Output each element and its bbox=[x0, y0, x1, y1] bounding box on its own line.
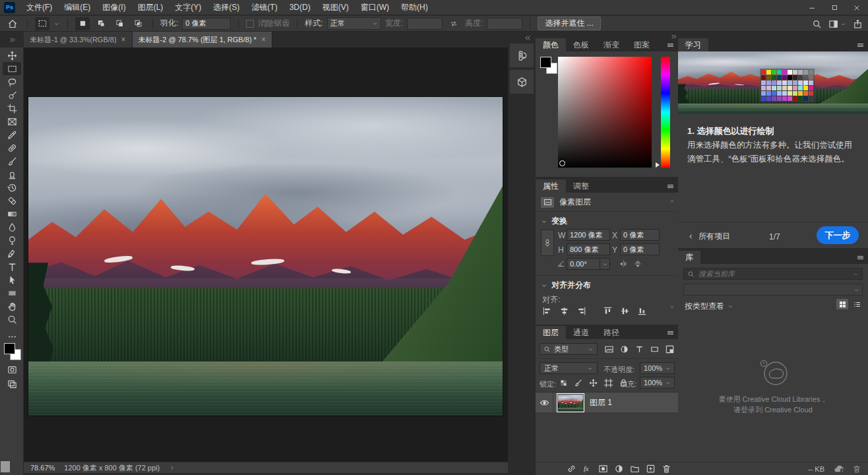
filter-type-icon[interactable] bbox=[635, 344, 644, 354]
width-input[interactable] bbox=[407, 18, 443, 30]
menu-文件(F)[interactable]: 文件(F) bbox=[20, 0, 58, 15]
menu-视图(V)[interactable]: 视图(V) bbox=[317, 0, 355, 15]
library-select[interactable] bbox=[683, 284, 863, 296]
quick-mask-button[interactable] bbox=[3, 363, 21, 376]
chevron-down-icon[interactable] bbox=[53, 20, 60, 27]
tool-eraser[interactable] bbox=[3, 194, 21, 207]
tool-lasso[interactable] bbox=[3, 75, 21, 88]
tool-quick-select[interactable] bbox=[3, 88, 21, 102]
properties-tab-调整[interactable]: 调整 bbox=[566, 179, 596, 193]
delete-library-item-icon[interactable] bbox=[852, 464, 861, 474]
saturation-brightness-field[interactable] bbox=[558, 57, 652, 168]
transform-section-header[interactable]: 变换 bbox=[541, 216, 567, 227]
width-value-input[interactable]: 1200 像素 bbox=[567, 229, 610, 241]
color-tab-渐变[interactable]: 渐变 bbox=[596, 38, 627, 51]
lock-paint-icon[interactable] bbox=[573, 378, 583, 388]
color-tab-图案[interactable]: 图案 bbox=[627, 38, 657, 51]
filter-adjustment-icon[interactable] bbox=[619, 344, 629, 354]
flip-horizontal-icon[interactable] bbox=[619, 259, 628, 269]
fill-select[interactable]: 100% bbox=[640, 377, 675, 389]
libraries-tab-库[interactable]: 库 bbox=[678, 251, 700, 264]
align-right-icon[interactable] bbox=[576, 306, 586, 316]
grid-view-button[interactable] bbox=[836, 299, 848, 309]
filter-smart-icon[interactable] bbox=[665, 344, 675, 354]
tool-edit-toolbar[interactable] bbox=[3, 330, 21, 343]
swap-dimensions-icon[interactable] bbox=[447, 17, 461, 30]
height-value-input[interactable]: 800 像素 bbox=[567, 243, 610, 255]
layer-visibility-cell[interactable] bbox=[536, 393, 553, 412]
tool-pen[interactable] bbox=[3, 247, 21, 260]
layer-filter-select[interactable]: 类型 bbox=[540, 343, 598, 355]
learn-tab-学习[interactable]: 学习 bbox=[678, 38, 708, 51]
tool-zoom[interactable] bbox=[3, 313, 21, 326]
tool-dodge[interactable] bbox=[3, 234, 21, 247]
menu-图层(L)[interactable]: 图层(L) bbox=[132, 0, 170, 15]
menu-滤镜(T)[interactable]: 滤镜(T) bbox=[245, 0, 283, 15]
height-input[interactable] bbox=[487, 18, 522, 30]
tool-preset-icon[interactable] bbox=[35, 17, 49, 30]
selection-add-icon[interactable] bbox=[94, 17, 108, 30]
menu-窗口(W)[interactable]: 窗口(W) bbox=[355, 0, 395, 15]
status-menu-chevron-icon[interactable] bbox=[169, 464, 175, 471]
view-by-type-dropdown[interactable]: 按类型查看 bbox=[685, 301, 733, 312]
menu-编辑(E)[interactable]: 编辑(E) bbox=[58, 0, 96, 15]
screen-mode-button[interactable] bbox=[3, 377, 21, 391]
layers-tab-图层[interactable]: 图层 bbox=[536, 326, 566, 339]
layer-fx-icon[interactable]: fx bbox=[582, 464, 592, 474]
tool-crop[interactable] bbox=[3, 102, 21, 115]
tool-stamp[interactable] bbox=[3, 168, 21, 181]
workspace-switcher[interactable] bbox=[828, 19, 846, 29]
zoom-level[interactable]: 78.67% bbox=[30, 464, 55, 472]
libraries-panel-menu-icon[interactable] bbox=[855, 253, 865, 262]
history-panel-icon[interactable] bbox=[510, 44, 534, 67]
layer-adjustment-icon[interactable] bbox=[614, 464, 624, 474]
collapse-panels-icon[interactable] bbox=[524, 34, 532, 42]
close-tab-icon[interactable]: × bbox=[261, 36, 266, 44]
scroll-down-icon[interactable] bbox=[669, 303, 675, 310]
style-select[interactable]: 正常 bbox=[327, 17, 381, 30]
color-tab-色板[interactable]: 色板 bbox=[566, 38, 596, 51]
hue-slider-marker[interactable] bbox=[656, 162, 660, 168]
layer-mask-icon[interactable] bbox=[598, 464, 608, 474]
panel-color-swatches[interactable] bbox=[540, 57, 557, 74]
all-items-link[interactable]: 所有项目 bbox=[687, 231, 730, 242]
foreground-color-swatch[interactable] bbox=[4, 343, 15, 354]
properties-tab-属性[interactable]: 属性 bbox=[536, 179, 566, 193]
maximize-button[interactable] bbox=[823, 0, 846, 15]
menu-图像(I)[interactable]: 图像(I) bbox=[96, 0, 131, 15]
blend-mode-select[interactable]: 正常 bbox=[540, 362, 598, 374]
lock-transparent-icon[interactable] bbox=[559, 379, 568, 387]
document-image[interactable] bbox=[28, 97, 503, 416]
filter-image-icon[interactable] bbox=[604, 344, 614, 354]
tool-hand[interactable] bbox=[3, 300, 21, 313]
toolbar-collapse-icon[interactable] bbox=[0, 32, 24, 48]
eye-icon[interactable] bbox=[540, 398, 549, 408]
document-tab-1[interactable]: 未标题-1 @ 33.3%(RGB/8)× bbox=[24, 32, 133, 48]
tool-brush[interactable] bbox=[3, 154, 21, 168]
tool-history-brush[interactable] bbox=[3, 181, 21, 194]
list-view-button[interactable] bbox=[851, 299, 863, 309]
menu-3D(D)[interactable]: 3D(D) bbox=[284, 0, 317, 15]
flip-vertical-icon[interactable] bbox=[633, 259, 642, 269]
home-icon[interactable] bbox=[5, 17, 20, 30]
tool-gradient[interactable] bbox=[3, 207, 21, 220]
align-section-header[interactable]: 对齐并分布 bbox=[541, 280, 591, 291]
tool-healing[interactable] bbox=[3, 141, 21, 154]
antialias-checkbox[interactable] bbox=[246, 20, 254, 28]
document-tab-2[interactable]: 未标题-2 @ 78.7% (图层 1, RGB/8) *× bbox=[133, 32, 272, 48]
next-step-button[interactable]: 下一步 bbox=[817, 226, 859, 244]
rotate-angle-input[interactable]: 0.00° bbox=[567, 258, 601, 270]
menu-文字(Y)[interactable]: 文字(Y) bbox=[169, 0, 207, 15]
selection-intersect-icon[interactable] bbox=[131, 17, 145, 30]
tool-shape[interactable] bbox=[3, 286, 21, 300]
filter-shape-icon[interactable] bbox=[650, 344, 660, 354]
search-icon[interactable] bbox=[812, 19, 822, 29]
foreground-background-swatches[interactable] bbox=[4, 343, 21, 360]
menu-帮助(H)[interactable]: 帮助(H) bbox=[395, 0, 434, 15]
color-panel-menu-icon[interactable] bbox=[665, 40, 675, 49]
layer-row[interactable]: 图层 1 bbox=[536, 393, 678, 412]
canvas-area[interactable] bbox=[24, 48, 508, 462]
tool-type[interactable] bbox=[3, 260, 21, 273]
layer-name[interactable]: 图层 1 bbox=[590, 397, 612, 408]
close-tab-icon[interactable]: × bbox=[121, 36, 126, 44]
